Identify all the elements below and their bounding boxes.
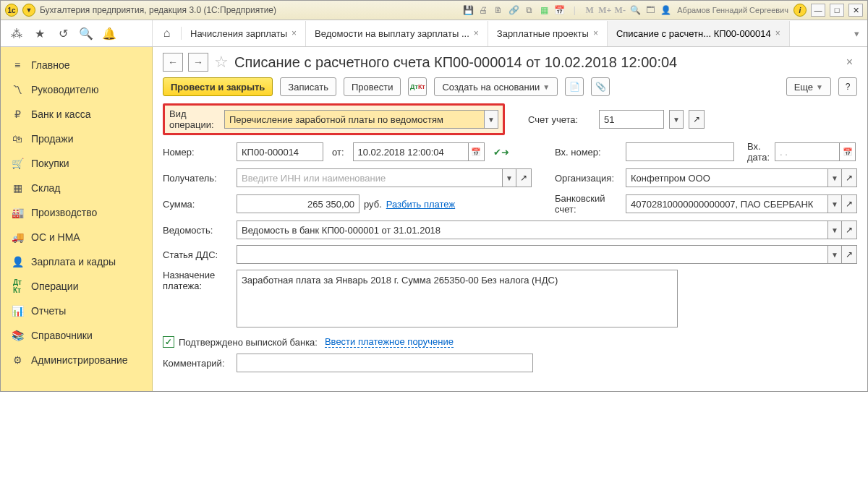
bell-icon[interactable]: 🔔 bbox=[102, 26, 116, 40]
amount-input[interactable]: 265 350,00 bbox=[237, 194, 359, 213]
tab-salary-projects[interactable]: Зарплатные проекты × bbox=[488, 21, 608, 46]
incoming-date-input[interactable]: . . bbox=[775, 142, 840, 161]
nav-label: Производство bbox=[31, 207, 97, 218]
report-button[interactable]: 📄 bbox=[565, 77, 584, 96]
recipient-input[interactable]: Введите ИНН или наименование bbox=[237, 168, 502, 187]
open-ref-button[interactable]: ↗ bbox=[516, 168, 532, 187]
check-icon[interactable]: ✔➜ bbox=[489, 147, 509, 158]
mminus-icon[interactable]: M- bbox=[613, 4, 626, 17]
bag-icon: 🛍 bbox=[11, 132, 24, 145]
tab-close-icon[interactable]: × bbox=[474, 28, 479, 38]
date-input[interactable]: 10.02.2018 12:00:04 bbox=[353, 142, 469, 161]
dds-input[interactable] bbox=[237, 245, 827, 264]
nav-purchases[interactable]: 🛒Покупки bbox=[1, 151, 152, 176]
nav-references[interactable]: 📚Справочники bbox=[1, 323, 152, 348]
nav-main[interactable]: ≡Главное bbox=[1, 53, 152, 77]
post-button[interactable]: Провести bbox=[344, 77, 401, 96]
minimize-button[interactable]: — bbox=[811, 4, 825, 17]
forward-button[interactable]: → bbox=[188, 53, 208, 72]
bank-account-input[interactable]: 40702810000000000007, ПАО СБЕРБАНК bbox=[626, 194, 827, 213]
mplus-icon[interactable]: M+ bbox=[598, 4, 611, 17]
tab-close-icon[interactable]: × bbox=[292, 28, 297, 38]
attach-button[interactable]: 📎 bbox=[591, 77, 610, 96]
open-ref-button[interactable]: ↗ bbox=[841, 168, 857, 187]
close-button[interactable]: ✕ bbox=[848, 4, 863, 17]
calendar-icon[interactable]: 📅 bbox=[553, 4, 566, 17]
nav-operations[interactable]: ДтКтОперации bbox=[1, 274, 152, 299]
dropdown-button[interactable]: ▼ bbox=[827, 194, 842, 213]
back-button[interactable]: ← bbox=[163, 53, 183, 72]
account-input[interactable]: 51 bbox=[599, 110, 664, 129]
tab-writeoff[interactable]: Списание с расчетн... КП00-000014 × bbox=[608, 21, 790, 46]
person-icon: 👤 bbox=[11, 255, 24, 268]
nav-bank[interactable]: ₽Банк и касса bbox=[1, 102, 152, 127]
purpose-textarea[interactable]: Заработная плата за Январь 2018 г. Сумма… bbox=[237, 270, 678, 327]
nav-sales[interactable]: 🛍Продажи bbox=[1, 127, 152, 151]
dropdown-button[interactable]: ▼ bbox=[484, 110, 498, 129]
statement-input[interactable]: Ведомость в банк КП00-000001 от 31.01.20… bbox=[237, 220, 827, 239]
operation-type-highlight: Вид операции: Перечисление заработной пл… bbox=[163, 103, 505, 135]
tab-payroll[interactable]: Начисления зарплаты × bbox=[182, 21, 306, 46]
home-tab[interactable]: ⌂ bbox=[153, 27, 182, 40]
truck-icon: 🚚 bbox=[11, 231, 24, 244]
calendar-icon[interactable]: 📅 bbox=[840, 142, 856, 161]
incoming-number-input[interactable] bbox=[626, 142, 734, 161]
star-icon[interactable]: ★ bbox=[33, 26, 47, 40]
operation-type-input[interactable]: Перечисление заработной платы по ведомос… bbox=[224, 110, 484, 129]
copy-icon[interactable]: ⧉ bbox=[522, 4, 535, 17]
open-ref-button[interactable]: ↗ bbox=[841, 194, 857, 213]
calc-icon[interactable]: ▦ bbox=[537, 4, 550, 17]
save-button[interactable]: Записать bbox=[280, 77, 336, 96]
info-icon[interactable]: i bbox=[793, 4, 807, 17]
more-button[interactable]: Еще▼ bbox=[786, 77, 831, 96]
grid-icon[interactable]: ⁂ bbox=[9, 26, 24, 40]
dropdown-button[interactable]: ▼ bbox=[827, 220, 842, 239]
zoom-icon[interactable]: 🔍 bbox=[629, 4, 642, 17]
dropdown-button[interactable]: ▼ bbox=[669, 110, 684, 129]
split-payment-link[interactable]: Разбить платеж bbox=[386, 199, 455, 210]
windows-icon[interactable]: 🗔 bbox=[644, 4, 657, 17]
dropdown-icon[interactable]: ▼ bbox=[22, 4, 35, 17]
open-ref-button[interactable]: ↗ bbox=[689, 110, 705, 129]
tab-close-icon[interactable]: × bbox=[775, 28, 780, 38]
maximize-button[interactable]: □ bbox=[830, 4, 844, 17]
post-and-close-button[interactable]: Провести и закрыть bbox=[163, 77, 273, 96]
confirmed-checkbox[interactable]: ✓ bbox=[163, 336, 174, 348]
history-icon[interactable]: ↺ bbox=[56, 26, 70, 40]
close-doc-icon[interactable]: × bbox=[842, 56, 857, 69]
number-input[interactable]: КП00-000014 bbox=[237, 142, 323, 161]
comment-input[interactable] bbox=[237, 354, 533, 372]
link-icon[interactable]: 🔗 bbox=[507, 4, 520, 17]
tab-close-icon[interactable]: × bbox=[593, 28, 598, 38]
nav-assets[interactable]: 🚚ОС и НМА bbox=[1, 225, 152, 249]
search-icon[interactable]: 🔍 bbox=[79, 26, 93, 40]
favorite-star-icon[interactable]: ☆ bbox=[214, 53, 229, 72]
dtkt-button[interactable]: ДтКт bbox=[408, 77, 427, 96]
nav-reports[interactable]: 📊Отчеты bbox=[1, 299, 152, 323]
nav-salary-hr[interactable]: 👤Зарплата и кадры bbox=[1, 249, 152, 274]
operation-type-label: Вид операции: bbox=[169, 108, 220, 130]
organization-input[interactable]: Конфетпром ООО bbox=[626, 168, 827, 187]
nav-production[interactable]: 🏭Производство bbox=[1, 200, 152, 225]
nav-manager[interactable]: 〽Руководителю bbox=[1, 77, 152, 102]
logo-1c-icon: 1c bbox=[5, 4, 18, 17]
dropdown-button[interactable]: ▼ bbox=[827, 245, 842, 264]
dropdown-button[interactable]: ▼ bbox=[827, 168, 842, 187]
enter-payment-order-link[interactable]: Ввести платежное поручение bbox=[325, 336, 454, 348]
tab-statements[interactable]: Ведомости на выплату зарплаты ... × bbox=[306, 21, 488, 46]
open-ref-button[interactable]: ↗ bbox=[841, 245, 857, 264]
nav-label: Отчеты bbox=[31, 305, 66, 317]
open-ref-button[interactable]: ↗ bbox=[841, 220, 857, 239]
help-button[interactable]: ? bbox=[838, 77, 857, 96]
save-disk-icon[interactable]: 💾 bbox=[461, 4, 475, 17]
calendar-icon[interactable]: 📅 bbox=[469, 142, 485, 161]
print-icon[interactable]: 🖨 bbox=[477, 4, 490, 17]
nav-admin[interactable]: ⚙Администрирование bbox=[1, 348, 152, 372]
create-based-button[interactable]: Создать на основании▼ bbox=[434, 77, 558, 96]
dropdown-button[interactable]: ▼ bbox=[502, 168, 516, 187]
tabs-dropdown-icon[interactable]: ▾ bbox=[846, 28, 867, 39]
m-icon[interactable]: M bbox=[583, 4, 596, 17]
doc-icon[interactable]: 🗎 bbox=[492, 4, 505, 17]
nav-warehouse[interactable]: ▦Склад bbox=[1, 176, 152, 200]
statement-label: Ведомость: bbox=[163, 225, 232, 236]
